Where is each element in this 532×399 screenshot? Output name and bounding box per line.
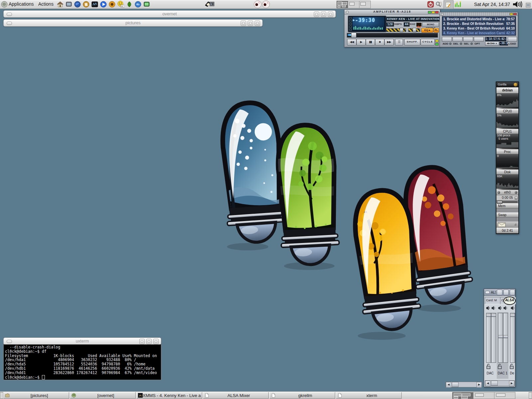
alsa-minimize-button[interactable] — [497, 290, 502, 295]
alsa-titlebar[interactable]: ALSA Mixer — [484, 289, 515, 296]
background-window-scrollbar[interactable]: ◀ ▶ — [446, 382, 482, 387]
xmms-close-button[interactable] — [435, 11, 439, 14]
alsa-volume-slider[interactable] — [491, 313, 496, 363]
workspace-1[interactable] — [453, 392, 473, 399]
scroll-right-icon[interactable]: ▶ — [476, 382, 482, 388]
xmms-clutterbar[interactable] — [349, 17, 351, 31]
green-terminal-launcher-icon[interactable] — [143, 1, 150, 8]
xmms-cycle-button[interactable]: CYCLE — [421, 39, 435, 46]
xmms-shuffle-button[interactable]: SHUFF. — [404, 39, 420, 46]
xeyes-applet[interactable] — [253, 1, 271, 8]
task-xmms[interactable]: XMMS - 4. Kenny Ken - Live a — [136, 392, 202, 399]
taskbar-handle[interactable] — [0, 392, 3, 399]
playlist-track-list[interactable]: 1. Brockie and Distorted Minds - Live at… — [442, 16, 516, 36]
window-pictures-shaded[interactable]: pictures — [3, 19, 263, 27]
xmms-next-button[interactable]: ▶▶ — [384, 39, 394, 46]
playlist-close-button[interactable] — [513, 13, 517, 15]
workspace-switcher-top[interactable] — [336, 1, 371, 8]
xmms-launcher-icon[interactable] — [91, 1, 98, 8]
uxterm-window[interactable]: uxterm --disable-crash-dialog cl0ck@debi… — [3, 337, 161, 380]
alsa-volume-slider[interactable] — [510, 313, 515, 363]
task-gkrellm[interactable]: gkrellm — [269, 392, 335, 399]
xmms-pause-button[interactable]: ▮▮ — [366, 39, 375, 46]
playlist-track[interactable]: 1. Brockie and Distorted Minds - Live at… — [442, 17, 516, 21]
taskbar-handle[interactable] — [529, 392, 532, 399]
xmms-main-window[interactable]: AMPLIFIER R-A218 ▶ -39:30 KENNY KEN - LI… — [344, 9, 440, 47]
bug-tracker-launcher-icon[interactable] — [108, 1, 116, 8]
xmms-position-slider[interactable] — [347, 33, 438, 38]
minimize-button[interactable] — [139, 339, 145, 344]
volume-equalizer-icon[interactable] — [454, 1, 462, 8]
disk-label[interactable]: Disk — [496, 170, 518, 175]
workspace-1[interactable] — [337, 1, 348, 8]
close-button[interactable] — [328, 12, 333, 17]
minimize-button[interactable] — [241, 21, 246, 26]
cpu0-label[interactable]: CPU0 — [496, 109, 518, 114]
gkrellm-monitor[interactable]: Gorilla debian 8% CPU0 5% CPU1 108 procs… — [496, 81, 519, 234]
playlist-remaining-time[interactable]: -39:30 — [499, 42, 508, 46]
net-chart[interactable]: 65K — [496, 175, 518, 189]
playlist-add-button[interactable] — [442, 37, 452, 42]
playlist-titlebar[interactable] — [440, 12, 518, 16]
playlist-menu-icon[interactable] — [441, 13, 444, 16]
alsa-volume-slider[interactable] — [503, 313, 508, 363]
screenshot-launcher-icon[interactable] — [65, 1, 72, 8]
alsa-mixer-window[interactable]: ALSA Mixer Card: M Ch ALSA — [484, 289, 515, 387]
window-overnet-shaded[interactable]: overnet — [3, 10, 336, 18]
uxterm-titlebar[interactable]: uxterm — [3, 337, 161, 345]
task-alsa-mixer[interactable]: ALSA Mixer — [203, 392, 269, 399]
xterm-launcher-icon[interactable]: # — [204, 1, 215, 8]
playlist-track[interactable]: 2. Brockie - Best Of British Revolution5… — [442, 21, 516, 26]
playlist-track[interactable]: 3. Kenny Ken - Best Of British Revolutio… — [442, 26, 516, 31]
proc-label[interactable]: Proc — [496, 149, 518, 154]
logout-icon[interactable] — [427, 1, 434, 8]
playlist-track-current[interactable]: 4. Kenny Ken - Live at Innovation Carniv… — [442, 31, 516, 35]
maximize-button[interactable] — [146, 339, 152, 344]
xmms-prev-button[interactable]: ◀◀ — [347, 39, 356, 46]
maximize-button[interactable] — [321, 12, 326, 17]
disk-chart[interactable]: 0 — [496, 154, 518, 168]
tray-item-icon[interactable] — [525, 1, 531, 9]
task-pictures[interactable]: [pictures] — [3, 392, 69, 399]
playlist-minimize-button[interactable] — [510, 13, 513, 15]
alsa-volume-slider[interactable] — [498, 313, 503, 363]
close-button[interactable] — [153, 339, 159, 344]
alsa-close-button[interactable] — [510, 290, 515, 295]
xmms-spectrum-analyzer[interactable] — [353, 24, 383, 30]
gkrellm-theme-header[interactable]: Gorilla — [496, 82, 518, 87]
instant-messenger-launcher-icon[interactable]: hi! — [117, 1, 124, 8]
cpu1-label[interactable]: CPU1 — [496, 129, 518, 134]
playlist-opt-button[interactable] — [474, 37, 484, 42]
task-xterm[interactable]: xterm — [336, 392, 402, 399]
search-icon[interactable] — [435, 1, 442, 8]
xmms-shade-button[interactable] — [428, 11, 431, 14]
swap-label[interactable]: Swap — [496, 212, 518, 217]
leaf-launcher-icon[interactable] — [126, 1, 133, 8]
mem-label[interactable]: Mem — [496, 203, 518, 208]
alsa-channel-label[interactable]: DAC — [485, 371, 495, 375]
task-overnet[interactable]: [overnet] — [70, 392, 136, 399]
xmms-volume-slider[interactable] — [386, 28, 406, 32]
cpu0-chart[interactable]: 8% — [496, 93, 518, 107]
xmms-play-button[interactable]: ▶ — [356, 39, 366, 46]
clock[interactable]: Sat Apr 24, 14:37 — [463, 2, 510, 7]
sticky-notes-applet[interactable] — [444, 0, 454, 9]
xmms-stop-button[interactable]: ■ — [375, 39, 384, 46]
close-button[interactable] — [255, 21, 260, 26]
news-launcher-icon[interactable] — [82, 1, 90, 8]
timer-button[interactable] — [515, 197, 518, 200]
scroll-left-icon[interactable]: ◀ — [446, 382, 451, 388]
workspace-2[interactable] — [473, 392, 494, 399]
terminal-screen[interactable]: --disable-crash-dialog cl0ck@debian:~$ d… — [3, 344, 161, 380]
xmms-playlist-window[interactable]: 1. Brockie and Distorted Minds - Live at… — [440, 12, 518, 47]
playlist-load-button[interactable] — [508, 37, 517, 42]
xmms-minimize-button[interactable] — [432, 11, 435, 14]
workspace-switcher-bottom[interactable] — [452, 392, 515, 399]
cpu1-chart[interactable]: 5% — [496, 114, 518, 128]
xmms-titlebar[interactable]: AMPLIFIER R-A218 — [344, 10, 440, 15]
xmms-balance-slider[interactable] — [408, 28, 420, 32]
gkrellm-slider[interactable] — [496, 200, 518, 203]
playlist-sel-button[interactable] — [463, 37, 473, 42]
maximize-button[interactable] — [248, 21, 253, 26]
minimize-button[interactable] — [314, 12, 319, 17]
